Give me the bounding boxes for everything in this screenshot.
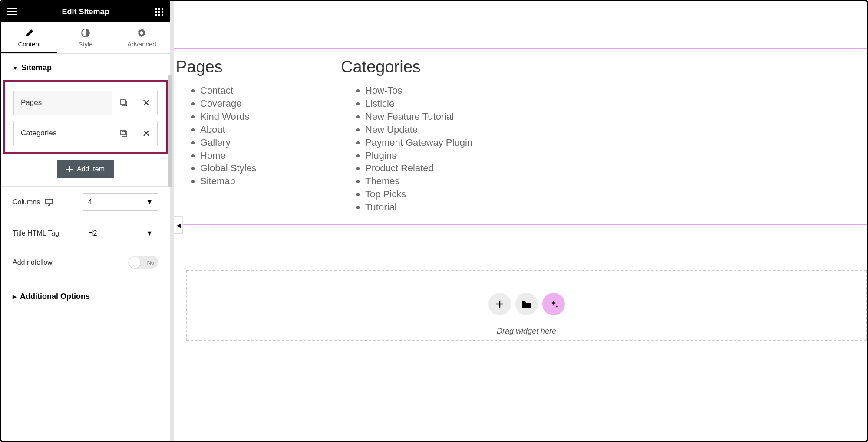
remove-button[interactable] bbox=[135, 91, 157, 115]
gear-icon bbox=[137, 28, 146, 38]
sitemap-list: ContactCoverageKind WordsAboutGalleryHom… bbox=[176, 84, 339, 188]
toggle-knob bbox=[129, 257, 140, 268]
tab-style[interactable]: Style bbox=[57, 22, 113, 53]
tab-label: Advanced bbox=[127, 40, 156, 48]
apps-grid-icon[interactable] bbox=[154, 7, 165, 17]
half-circle-icon bbox=[81, 28, 90, 38]
svg-rect-3 bbox=[155, 8, 157, 10]
sitemap-link[interactable]: Kind Words bbox=[200, 110, 339, 123]
section-title: Sitemap bbox=[21, 63, 52, 72]
svg-rect-9 bbox=[155, 14, 157, 16]
sitemap-link[interactable]: Gallery bbox=[200, 136, 339, 149]
folder-button[interactable] bbox=[515, 293, 538, 315]
svg-rect-13 bbox=[122, 101, 127, 106]
ai-sparkle-button[interactable] bbox=[542, 293, 565, 315]
sitemap-link[interactable]: New Update bbox=[365, 123, 504, 136]
sitemap-link[interactable]: Top Picks bbox=[365, 188, 504, 201]
duplicate-button[interactable] bbox=[112, 121, 135, 145]
dropzone-label: Drag widget here bbox=[187, 327, 866, 336]
nofollow-toggle[interactable]: No bbox=[128, 256, 158, 269]
nofollow-label: Add nofollow bbox=[13, 259, 53, 266]
sitemap-link[interactable]: Payment Gateway Plugin bbox=[365, 136, 504, 149]
sitemap-link[interactable]: Sitemap bbox=[200, 175, 339, 188]
repeater-item-title[interactable]: Pages bbox=[14, 91, 112, 115]
tab-label: Style bbox=[78, 40, 92, 48]
title-tag-label: Title HTML Tag bbox=[13, 229, 59, 237]
pencil-icon bbox=[25, 28, 34, 38]
sitemap-link[interactable]: Home bbox=[200, 149, 339, 162]
add-item-row: Add Item bbox=[1, 154, 170, 187]
svg-rect-18 bbox=[121, 130, 125, 135]
svg-rect-1 bbox=[7, 11, 17, 12]
caret-down-icon: ▼ bbox=[13, 65, 18, 71]
svg-rect-17 bbox=[122, 131, 127, 136]
panel-tabs: Content Style Advanced bbox=[1, 22, 170, 54]
widget-dropzone[interactable]: Drag widget here bbox=[186, 270, 867, 341]
svg-rect-2 bbox=[7, 14, 17, 15]
svg-rect-4 bbox=[158, 8, 160, 10]
sitemap-link[interactable]: Themes bbox=[365, 175, 504, 188]
svg-rect-23 bbox=[46, 199, 53, 204]
sitemap-link[interactable]: New Feature Tutorial bbox=[365, 110, 504, 123]
preview-canvas: ◀ PagesContactCoverageKind WordsAboutGal… bbox=[174, 1, 867, 441]
scrollbar[interactable] bbox=[168, 75, 172, 187]
panel-title: Edit Sitemap bbox=[62, 7, 109, 16]
column-title: Categories bbox=[341, 58, 504, 76]
sitemap-link[interactable]: Contact bbox=[200, 84, 339, 97]
section-sitemap-header[interactable]: ▼ Sitemap bbox=[1, 54, 170, 77]
columns-value: 4 bbox=[88, 198, 92, 206]
sitemap-link[interactable]: Coverage bbox=[200, 97, 339, 110]
svg-rect-5 bbox=[162, 8, 163, 10]
caret-down-icon: ▼ bbox=[146, 198, 153, 206]
svg-rect-11 bbox=[162, 14, 163, 16]
columns-label: Columns bbox=[13, 198, 40, 206]
sitemap-list: How-TosListicleNew Feature TutorialNew U… bbox=[341, 84, 504, 214]
columns-select[interactable]: 4 ▼ bbox=[83, 193, 158, 211]
sitemap-link[interactable]: Plugins bbox=[365, 149, 504, 162]
menu-icon[interactable] bbox=[7, 7, 17, 17]
caret-right-icon: ▶ bbox=[13, 294, 17, 300]
add-item-button[interactable]: Add Item bbox=[57, 160, 114, 178]
desktop-icon[interactable] bbox=[45, 199, 53, 206]
remove-button[interactable] bbox=[135, 121, 157, 145]
nofollow-control: Add nofollow No bbox=[1, 249, 170, 276]
sitemap-link[interactable]: Product Related bbox=[365, 162, 504, 175]
title-tag-control: Title HTML Tag H2 ▼ bbox=[1, 218, 170, 249]
sitemap-column: PagesContactCoverageKind WordsAboutGalle… bbox=[174, 58, 339, 214]
collapse-sidebar-button[interactable]: ◀ bbox=[174, 216, 183, 234]
section-additional-header[interactable]: ▶ Additional Options bbox=[1, 282, 170, 305]
sidebar-header: Edit Sitemap bbox=[1, 1, 170, 22]
title-tag-select[interactable]: H2 ▼ bbox=[83, 225, 158, 242]
repeater-item: Categories bbox=[13, 121, 158, 145]
duplicate-button[interactable] bbox=[112, 91, 135, 115]
sitemap-column: CategoriesHow-TosListicleNew Feature Tut… bbox=[339, 58, 504, 214]
add-item-label: Add Item bbox=[77, 165, 105, 173]
tab-advanced[interactable]: Advanced bbox=[114, 22, 170, 53]
repeater-item-title[interactable]: Categories bbox=[14, 121, 112, 145]
add-widget-button[interactable] bbox=[488, 293, 511, 315]
svg-rect-7 bbox=[158, 11, 160, 13]
toggle-value: No bbox=[147, 259, 154, 266]
columns-control: Columns 4 ▼ bbox=[1, 187, 170, 218]
sitemap-link[interactable]: About bbox=[200, 123, 339, 136]
svg-rect-10 bbox=[158, 14, 160, 16]
sitemap-link[interactable]: Listicle bbox=[365, 97, 504, 110]
editor-sidebar: Edit Sitemap Content Style Advanced bbox=[1, 1, 174, 441]
column-title: Pages bbox=[176, 58, 339, 76]
svg-rect-8 bbox=[162, 11, 163, 13]
repeater-items-highlighted: Pages Categories bbox=[3, 80, 168, 154]
sitemap-widget[interactable]: PagesContactCoverageKind WordsAboutGalle… bbox=[174, 48, 867, 225]
section-title: Additional Options bbox=[20, 292, 90, 301]
sitemap-link[interactable]: Tutorial bbox=[365, 201, 504, 214]
sitemap-link[interactable]: How-Tos bbox=[365, 84, 504, 97]
svg-rect-6 bbox=[155, 11, 157, 13]
plus-icon bbox=[66, 166, 73, 172]
svg-rect-14 bbox=[121, 100, 125, 105]
repeater-item: Pages bbox=[13, 91, 158, 115]
tab-label: Content bbox=[18, 40, 41, 48]
tab-content[interactable]: Content bbox=[1, 22, 57, 53]
svg-rect-0 bbox=[7, 8, 17, 9]
caret-down-icon: ▼ bbox=[146, 229, 153, 237]
title-tag-value: H2 bbox=[88, 229, 97, 237]
sitemap-link[interactable]: Global Styles bbox=[200, 162, 339, 175]
